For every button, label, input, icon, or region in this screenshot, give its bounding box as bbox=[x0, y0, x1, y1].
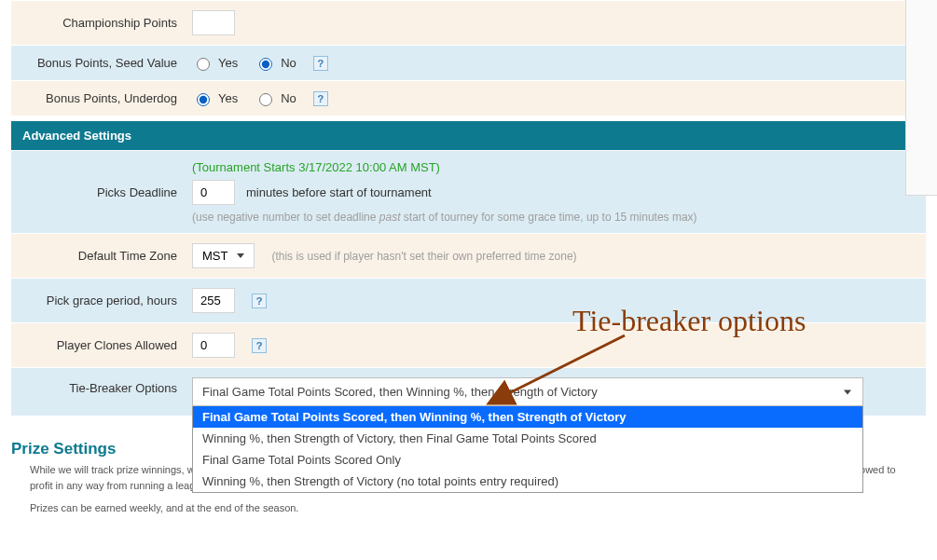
tiebreaker-option[interactable]: Winning %, then Strength of Victory (no … bbox=[193, 471, 862, 492]
label-picks-deadline: Picks Deadline bbox=[11, 176, 185, 209]
bonus-underdog-no-radio[interactable] bbox=[259, 93, 272, 106]
bonus-seed-no-radio[interactable] bbox=[259, 58, 272, 71]
help-icon[interactable]: ? bbox=[252, 338, 267, 353]
tournament-start-note: (Tournament Starts 3/17/2022 10:00 AM MS… bbox=[192, 160, 440, 174]
tiebreaker-selected: Final Game Total Points Scored, then Win… bbox=[202, 385, 598, 399]
picks-deadline-suffix: minutes before start of tournament bbox=[246, 185, 432, 199]
row-bonus-seed: Bonus Points, Seed Value Yes No ? bbox=[11, 45, 926, 80]
row-tiebreaker: Tie-Breaker Options Final Game Total Poi… bbox=[11, 367, 926, 416]
annotation-label: Tie-breaker options bbox=[572, 304, 806, 338]
grace-period-input[interactable] bbox=[192, 288, 235, 313]
section-advanced-settings: Advanced Settings bbox=[11, 121, 926, 150]
tiebreaker-select[interactable]: Final Game Total Points Scored, then Win… bbox=[192, 377, 863, 406]
label-championship-points: Championship Points bbox=[11, 7, 185, 39]
tiebreaker-option[interactable]: Final Game Total Points Scored, then Win… bbox=[193, 406, 862, 428]
help-icon[interactable]: ? bbox=[252, 294, 267, 308]
bonus-seed-no-label: No bbox=[281, 56, 296, 70]
help-icon[interactable]: ? bbox=[313, 56, 328, 71]
help-icon[interactable]: ? bbox=[313, 91, 328, 106]
bonus-underdog-no-label: No bbox=[281, 91, 296, 105]
bonus-underdog-yes-radio[interactable] bbox=[197, 93, 210, 106]
label-tiebreaker: Tie-Breaker Options bbox=[11, 368, 185, 404]
label-player-clones: Player Clones Allowed bbox=[11, 329, 185, 362]
timezone-dropdown[interactable]: MST bbox=[192, 243, 255, 268]
bonus-seed-yes-radio[interactable] bbox=[197, 58, 210, 71]
prize-settings-note: Prizes can be earned weekly, and at the … bbox=[11, 500, 926, 516]
timezone-value: MST bbox=[202, 249, 227, 263]
bonus-seed-yes-label: Yes bbox=[218, 56, 238, 70]
row-default-timezone: Default Time Zone MST (this is used if p… bbox=[11, 233, 926, 278]
tiebreaker-dropdown: Final Game Total Points Scored, then Win… bbox=[192, 406, 863, 493]
chevron-down-icon bbox=[844, 389, 851, 394]
timezone-hint: (this is used if player hasn't set their… bbox=[271, 250, 576, 263]
label-bonus-seed: Bonus Points, Seed Value bbox=[11, 47, 185, 79]
label-grace-period: Pick grace period, hours bbox=[11, 284, 185, 317]
side-panel-edge bbox=[905, 0, 937, 196]
label-default-timezone: Default Time Zone bbox=[11, 239, 185, 272]
bonus-underdog-yes-label: Yes bbox=[218, 91, 238, 105]
picks-deadline-hint: (use negative number to set deadline pas… bbox=[192, 211, 697, 224]
row-picks-deadline: Picks Deadline (Tournament Starts 3/17/2… bbox=[11, 150, 926, 233]
picks-deadline-input[interactable] bbox=[192, 180, 235, 205]
tiebreaker-option[interactable]: Final Game Total Points Scored Only bbox=[193, 449, 862, 471]
player-clones-input[interactable] bbox=[192, 333, 235, 358]
row-bonus-underdog: Bonus Points, Underdog Yes No ? bbox=[11, 80, 926, 116]
label-bonus-underdog: Bonus Points, Underdog bbox=[11, 82, 185, 115]
row-championship-points: Championship Points bbox=[11, 0, 926, 45]
championship-points-input[interactable] bbox=[192, 10, 235, 35]
tiebreaker-option[interactable]: Winning %, then Strength of Victory, the… bbox=[193, 428, 862, 449]
chevron-down-icon bbox=[237, 253, 244, 258]
